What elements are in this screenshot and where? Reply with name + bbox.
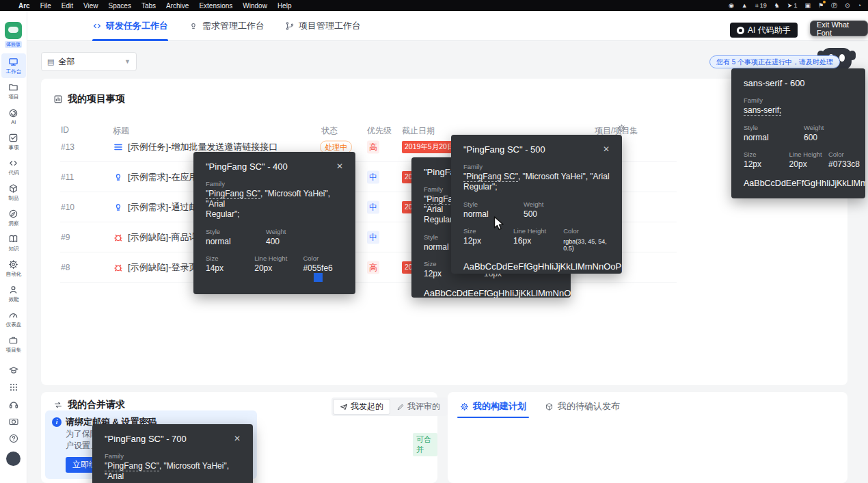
menu-extensions[interactable]: Extensions <box>199 2 232 10</box>
menu-tabs[interactable]: Tabs <box>141 2 156 10</box>
sidebar-item-project[interactable]: 项目 <box>1 79 26 103</box>
workbench-tabs: 研发任务工作台 需求管理工作台 项目管理工作台 <box>92 11 361 41</box>
font-sample-text: AaBbCcDdEeFfGgHhIiJjKkLlMmNnOoPp <box>424 288 558 298</box>
build-plans-card: 我的构建计划 我的待确认发布 <box>448 392 847 483</box>
font-family-value: sans-serif; <box>744 105 860 116</box>
section-title-merge-requests: 我的合并请求 <box>53 399 125 411</box>
apps-grid-icon[interactable] <box>8 382 19 393</box>
status-camera-icon[interactable]: ▣ <box>804 2 811 9</box>
status-display-icon[interactable]: ▲ <box>742 2 748 9</box>
academy-icon[interactable] <box>8 365 19 376</box>
popup-title: sans-serif - 600 <box>744 78 805 88</box>
ai-code-assistant-button[interactable]: AI 代码助手 <box>730 23 798 38</box>
sidebar-item-workitems[interactable]: 事项 <box>1 129 26 154</box>
font-family-value: "PingFang SC", "Microsoft YaHei", "Arial… <box>206 189 343 220</box>
tab-project-workbench[interactable]: 项目管理工作台 <box>285 11 361 41</box>
build-tabs: 我的构建计划 我的待确认发布 <box>460 400 620 418</box>
whatfont-popup-sans-serif: sans-serif - 600 Family sans-serif; Styl… <box>731 68 865 198</box>
status-record-icon[interactable]: ◉ <box>729 2 734 9</box>
tab-dev-task-workbench[interactable]: 研发任务工作台 <box>92 11 168 41</box>
menu-help[interactable]: Help <box>277 2 292 10</box>
menu-edit[interactable]: Edit <box>62 2 73 10</box>
whatfont-popup-400: "PingFang SC" - 400✕ Family "PingFang SC… <box>193 152 355 294</box>
popup-title: "PingFang SC" - 500 <box>463 144 545 155</box>
sidebar-item-artifacts[interactable]: 制品 <box>1 180 26 205</box>
requirement-icon <box>113 172 124 183</box>
sidebar-item-knowledge[interactable]: 知识 <box>1 231 26 255</box>
user-avatar[interactable] <box>6 452 21 466</box>
font-sample-text: AaBbCcDdEeFfGgHhIiJjKkLlMmNnOoPpQ <box>206 292 343 294</box>
color-swatch <box>314 273 323 282</box>
tab-initiated-by-me[interactable]: 我发起的 <box>333 399 390 415</box>
priority-badge: 中 <box>367 170 379 183</box>
section-title-project-items: 我的项目事项 <box>53 93 125 105</box>
whatfont-popup-700: "PingFang SC" - 700✕ Family "PingFang SC… <box>92 424 253 483</box>
chevron-down-icon: ▼ <box>124 58 131 65</box>
sidebar-item-code[interactable]: 代码 <box>1 155 26 179</box>
help-icon[interactable] <box>8 433 19 444</box>
mouse-cursor <box>493 216 506 231</box>
defect-icon <box>113 232 124 243</box>
popup-title: "PingFang SC" - 400 <box>206 161 288 172</box>
ai-assistant-icon <box>737 27 744 34</box>
menu-spaces[interactable]: Spaces <box>109 2 131 10</box>
requirement-icon <box>113 202 124 213</box>
feedback-camera-icon[interactable] <box>8 416 19 427</box>
sidebar-item-workbench[interactable]: 工作台 <box>1 53 26 78</box>
sidebar-item-automation[interactable]: 自动化 <box>1 256 26 280</box>
sidebar-item-ai[interactable]: AI <box>1 104 26 129</box>
whatfont-popup-500-front: "PingFang SC" - 500✕ Family "PingFang SC… <box>451 135 622 274</box>
tab-requirement-workbench[interactable]: 需求管理工作台 <box>189 11 265 41</box>
filter-value: 全部 <box>58 56 74 68</box>
defect-icon <box>113 262 124 273</box>
close-icon[interactable]: ✕ <box>227 434 241 443</box>
status-bluetooth-icon[interactable]: ⊙ <box>845 2 850 9</box>
sidebar-item-insight[interactable]: 洞察 <box>1 205 26 230</box>
font-family-value: "PingFang SC", "Microsoft YaHei", "Arial… <box>463 172 610 192</box>
sidebar: 体验版 工作台 项目 AI 事项 代码 制品 洞察 知识 自动化 效能 仪表盘 … <box>0 11 27 483</box>
exit-whatfont-button[interactable]: Exit What Font <box>810 21 868 36</box>
popup-title: "PingFang SC" - 700 <box>105 434 187 444</box>
tab-pending-release[interactable]: 我的待确认发布 <box>545 400 620 418</box>
status-flag-icon[interactable]: ⚑ <box>818 2 824 9</box>
tab-reviewed-by-me[interactable]: 我评审的 <box>390 399 446 415</box>
merge-tabs: 我发起的 我评审的 <box>331 397 448 416</box>
app-logo[interactable] <box>5 22 22 39</box>
status-knight-icon[interactable]: ♞ <box>774 2 780 9</box>
menu-archive[interactable]: Archive <box>166 2 189 10</box>
priority-badge: 中 <box>367 231 379 244</box>
sidebar-item-dashboard[interactable]: 仪表盘 <box>1 306 26 331</box>
status-controller-icon[interactable]: ⌗19 <box>755 2 767 10</box>
font-sample-text: AaBbCcDdEeFfGgHhIiJjKkLlMmNnOoPp( <box>463 261 610 272</box>
list-filter-icon: ▤ <box>47 57 54 66</box>
font-family-value: "PingFang SC", "Microsoft YaHei", "Arial… <box>105 461 241 483</box>
font-sample-text: AaBbCcDdEeFfGgHhIiJjKkLlMmNnO <box>744 179 860 188</box>
scope-filter-dropdown[interactable]: ▤ 全部 ▼ <box>41 52 137 71</box>
macos-menubar: Arc File Edit View Spaces Tabs Archive E… <box>0 0 868 11</box>
status-bird-icon[interactable]: ➤1 <box>787 2 798 9</box>
sidebar-item-efficiency[interactable]: 效能 <box>1 281 26 306</box>
menu-arc[interactable]: Arc <box>18 2 30 10</box>
task-icon <box>113 142 124 153</box>
mergeable-badge: 可合并 <box>413 433 437 456</box>
status-control-center-icon[interactable]: ◔ <box>858 2 861 9</box>
priority-badge: 高 <box>367 261 379 274</box>
item-title[interactable]: [示例任务]-增加批量发送邀请链接接口 <box>128 141 278 153</box>
menu-file[interactable]: File <box>40 2 51 10</box>
edition-badge: 体验版 <box>5 41 22 48</box>
menu-view[interactable]: View <box>83 2 98 10</box>
status-password-icon[interactable]: Ⓟ <box>831 1 837 10</box>
tab-my-build-plans[interactable]: 我的构建计划 <box>460 400 526 418</box>
priority-badge: 中 <box>367 200 379 213</box>
priority-badge: 高 <box>367 140 379 153</box>
mascot-eye <box>839 54 845 62</box>
close-icon[interactable]: ✕ <box>329 161 343 171</box>
close-icon[interactable]: ✕ <box>596 144 610 154</box>
info-icon: i <box>52 417 62 427</box>
support-headset-icon[interactable] <box>8 399 19 410</box>
menu-window[interactable]: Window <box>243 2 267 10</box>
in-progress-notice[interactable]: 您有 5 个事项正在进行中，请及时处理 <box>709 55 840 68</box>
sidebar-item-programs[interactable]: 项目集 <box>1 332 26 356</box>
